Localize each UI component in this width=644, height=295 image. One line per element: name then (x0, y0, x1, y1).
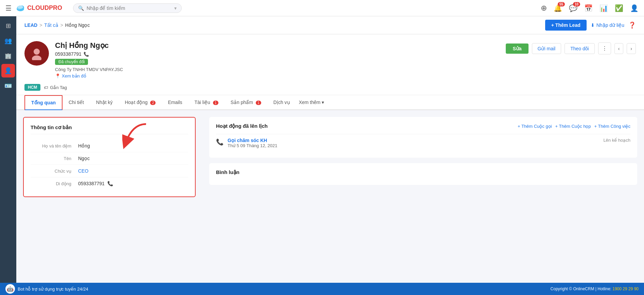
avatar-icon (30, 47, 43, 60)
notification-btn[interactable]: 🔔 55 (554, 4, 562, 12)
tab-tai-lieu[interactable]: Tài liệu 1 (188, 96, 224, 109)
info-row-chuc-vu: Chức vụ CEO (31, 165, 188, 177)
phone-icon: 📞 (84, 52, 89, 57)
theodoi-button[interactable]: Theo dõi (565, 43, 594, 54)
import-button[interactable]: ⬇ Nhập dữ liệu (591, 22, 624, 28)
notification-badge: 55 (558, 2, 565, 6)
phone-value-row: 0593387791 📞 (78, 181, 188, 186)
activity-title: Hoạt động đã lên lịch (216, 123, 268, 129)
tab-san-pham[interactable]: Sản phẩm 1 (225, 96, 267, 109)
chart-btn[interactable]: 📊 (600, 4, 608, 12)
tab-tong-quan[interactable]: Tổng quan (24, 95, 62, 110)
chevron-down-icon: ▾ (322, 100, 324, 105)
tab-badge-tai-lieu: 1 (213, 101, 218, 105)
status-badge: Đã chuyển đổi (55, 59, 88, 65)
info-label-di-dong: Di động (31, 181, 78, 186)
add-icon-btn[interactable]: ⊕ (541, 4, 547, 13)
info-row-ten: Tên Ngọc (31, 152, 188, 165)
activity-actions: + Thêm Cuộc gọi + Thêm Cuộc họp + Thêm C… (518, 124, 630, 129)
calendar-btn[interactable]: 📅 (584, 4, 593, 12)
add-lead-button[interactable]: + Thêm Lead (545, 20, 587, 31)
info-label-ten: Tên (31, 156, 78, 161)
logo-text: CLOUDPRO (27, 4, 62, 12)
tab-chi-tiet[interactable]: Chi tiết (62, 96, 90, 109)
breadcrumb-sep2: > (60, 22, 63, 28)
activity-section: Hoạt động đã lên lịch + Thêm Cuộc gọi + … (209, 117, 637, 158)
tab-nhat-ky[interactable]: Nhật ký (90, 96, 119, 109)
search-input[interactable] (87, 5, 155, 11)
info-label-chuc-vu: Chức vụ (31, 169, 78, 174)
activity-item: 📞 Gọi chăm sóc KH Thứ 5 09 Tháng 12, 202… (216, 134, 630, 152)
sidebar-item-dashboard[interactable]: ⊞ (1, 19, 15, 33)
contact-header: Chị Hồng Ngọc 0593387791 📞 Đã chuyển đổi… (24, 41, 636, 79)
info-value-di-dong: 0593387791 📞 (78, 181, 188, 186)
search-dropdown-icon[interactable]: ▾ (174, 5, 177, 11)
contact-map-link[interactable]: 📍 Xem bản đồ (55, 73, 500, 79)
more-button[interactable]: ⋮ (598, 42, 611, 54)
message-btn[interactable]: 💬 10 (569, 4, 577, 12)
tab-badge-san-pham: 1 (256, 101, 261, 105)
gan-tag-button[interactable]: 🏷 Gắn Tag (44, 85, 67, 90)
activity-header: Hoạt động đã lên lịch + Thêm Cuộc gọi + … (216, 123, 630, 129)
tag-icon: 🏷 (44, 85, 48, 90)
help-button[interactable]: ❓ (628, 21, 636, 29)
sidebar-item-contacts[interactable]: 🏢 (1, 49, 15, 63)
breadcrumb-actions: + Thêm Lead ⬇ Nhập dữ liệu ❓ (545, 20, 636, 31)
avatar (24, 41, 49, 66)
breadcrumb-current: Hồng Ngọc (65, 22, 90, 28)
svg-point-3 (18, 5, 23, 9)
breadcrumb-level2[interactable]: Tất cả (44, 22, 58, 28)
contact-company: Công Ty TNHH TMDV VNPAY.JSC (55, 67, 500, 72)
prev-button[interactable]: ‹ (614, 43, 624, 54)
task-btn[interactable]: ✅ (615, 4, 623, 12)
breadcrumb-root[interactable]: LEAD (24, 22, 37, 28)
content-area: Thông tin cơ bản Họ và tên đệm Hồng Tên … (16, 110, 644, 280)
search-bar[interactable]: 🔍 ▾ (73, 3, 182, 13)
phone-call-icon[interactable]: 📞 (107, 181, 113, 186)
tab-xem-them[interactable]: Xem thêm ▾ (299, 100, 324, 105)
tab-badge-hoat-dong: 2 (150, 101, 156, 105)
info-value-ten: Ngọc (78, 156, 188, 161)
tab-hoat-dong[interactable]: Hoạt động 2 (119, 96, 162, 109)
search-icon: 🔍 (78, 5, 84, 11)
top-navbar: ☰ CLOUDPRO 🔍 ▾ ⊕ 🔔 55 💬 10 📅 📊 ✅ 👤 (0, 0, 644, 16)
guimail-button[interactable]: Gửi mail (532, 43, 561, 54)
comment-section: Bình luận (209, 163, 637, 185)
import-icon: ⬇ (591, 22, 595, 28)
sidebar-item-id[interactable]: 🪪 (1, 79, 15, 92)
sua-button[interactable]: Sửa (506, 44, 528, 54)
message-badge: 10 (573, 2, 580, 6)
sidebar-item-group[interactable]: 👥 (1, 34, 15, 48)
user-btn[interactable]: 👤 (630, 4, 639, 12)
activity-name[interactable]: Gọi chăm sóc KH (228, 138, 599, 143)
info-row-ho-ten-dem: Họ và tên đệm Hồng (31, 140, 188, 152)
left-panel: Thông tin cơ bản Họ và tên đệm Hồng Tên … (16, 110, 202, 280)
activity-phone-icon: 📞 (216, 138, 223, 146)
tab-emails[interactable]: Emails (162, 96, 188, 109)
contact-phone: 0593387791 📞 (55, 51, 500, 57)
info-value-ho-ten-dem: Hồng (78, 143, 188, 149)
logo: CLOUDPRO (16, 3, 62, 13)
activity-content: Gọi chăm sóc KH Thứ 5 09 Tháng 12, 2021 (228, 138, 599, 148)
hamburger-menu[interactable]: ☰ (5, 4, 12, 12)
activity-status: Lên kế hoạch (603, 138, 630, 143)
contact-info: Chị Hồng Ngọc 0593387791 📞 Đã chuyển đổi… (55, 41, 500, 79)
add-task-button[interactable]: + Thêm Công việc (594, 124, 630, 129)
tabs-bar: Tổng quan Chi tiết Nhật ký Hoạt động 2 E… (16, 95, 644, 110)
comment-title: Bình luận (216, 169, 630, 175)
info-card: Thông tin cơ bản Họ và tên đệm Hồng Tên … (23, 117, 196, 197)
next-button[interactable]: › (627, 43, 636, 54)
contact-name: Chị Hồng Ngọc (55, 41, 500, 50)
main-wrapper: LEAD > Tất cả > Hồng Ngọc + Thêm Lead ⬇ … (16, 16, 644, 280)
activity-date: Thứ 5 09 Tháng 12, 2021 (228, 143, 599, 148)
sidebar-item-leads[interactable]: 👤 (1, 64, 15, 77)
contact-area: Chị Hồng Ngọc 0593387791 📞 Đã chuyển đổi… (16, 34, 644, 95)
svg-point-4 (34, 49, 40, 55)
breadcrumb-sep1: > (39, 22, 42, 28)
info-label-ho-ten-dem: Họ và tên đệm (31, 143, 78, 149)
svg-point-5 (32, 55, 41, 60)
add-call-button[interactable]: + Thêm Cuộc gọi (518, 124, 552, 129)
add-meeting-button[interactable]: + Thêm Cuộc họp (555, 124, 591, 129)
info-card-title: Thông tin cơ bản (31, 124, 188, 134)
tab-dich-vu[interactable]: Dịch vụ (267, 96, 296, 109)
